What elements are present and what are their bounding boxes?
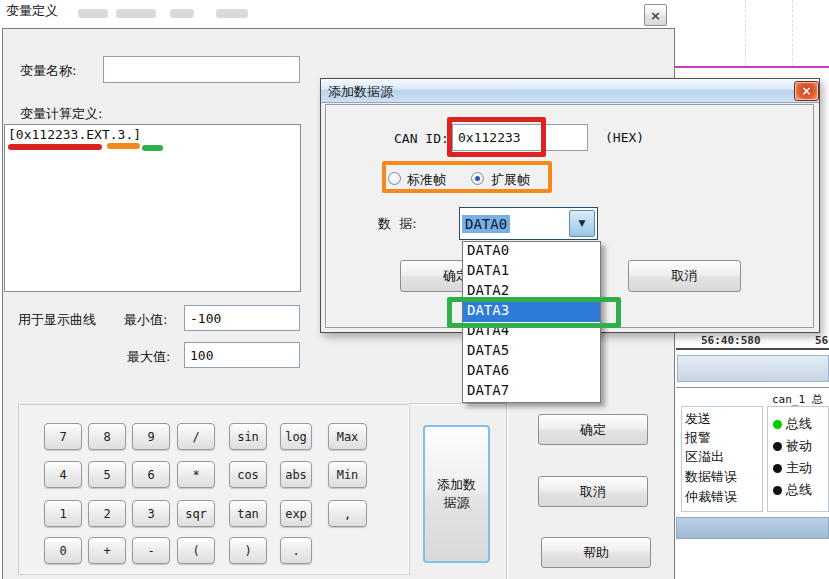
close-icon: ×	[650, 8, 661, 23]
status-panel-left: 发送 报警 区溢出 数据错误 仲裁错误	[681, 406, 763, 512]
main-dialog-close-button[interactable]: ×	[644, 4, 667, 26]
radio-selected-dot	[475, 176, 480, 181]
grid-line	[745, 0, 746, 66]
keypad-button[interactable]: tan	[229, 500, 267, 527]
blurred-background-text	[78, 9, 108, 18]
add-data-source-label: 添加数据源	[436, 476, 478, 511]
keypad-button[interactable]: ,	[328, 500, 367, 527]
keypad-button[interactable]: /	[177, 423, 215, 450]
annotation-box-green	[447, 297, 621, 328]
max-label: 最大值:	[127, 348, 170, 366]
keypad-button[interactable]: cos	[229, 461, 267, 488]
bus-off-dot	[773, 486, 782, 495]
var-name-input[interactable]	[103, 56, 300, 83]
annotation-underline-red	[8, 144, 102, 150]
add-data-source-button[interactable]: 添加数据源	[423, 425, 490, 563]
dropdown-option[interactable]: DATA0	[463, 242, 600, 262]
dropdown-option[interactable]: DATA5	[463, 342, 600, 362]
cancel-button[interactable]: 取消	[538, 476, 648, 507]
close-icon: ×	[801, 85, 811, 97]
keypad-button[interactable]: 5	[88, 461, 126, 488]
status-item: 报警	[685, 428, 762, 447]
dropdown-option[interactable]: DATA7	[463, 382, 600, 402]
status-panel-right: 总线 被动 主动 总线	[767, 406, 829, 512]
radio-standard-frame[interactable]	[388, 172, 401, 185]
popup-close-button[interactable]: ×	[794, 81, 819, 101]
magenta-rule	[675, 66, 829, 68]
keypad-row: 4 5 6 * cos abs Min	[44, 461, 367, 488]
annotation-underline-green	[142, 145, 163, 151]
keypad-button[interactable]: log	[280, 423, 312, 450]
keypad-row: 0 + - ( ) .	[44, 537, 328, 564]
calc-def-textarea[interactable]: [0x112233.EXT.3.]	[4, 124, 301, 292]
annotation-box-red	[447, 117, 546, 157]
keypad-button[interactable]: 9	[132, 423, 170, 450]
chevron-down-icon: ▼	[579, 219, 586, 228]
var-name-label: 变量名称:	[20, 62, 76, 80]
bus-status-item: 总线	[773, 413, 828, 435]
keypad-button[interactable]: 6	[132, 461, 170, 488]
keypad-button[interactable]: sqr	[177, 500, 215, 527]
keypad-button[interactable]: )	[229, 537, 267, 564]
keypad-button[interactable]: 0	[44, 537, 82, 564]
min-label: 最小值:	[124, 311, 167, 329]
keypad-button[interactable]: (	[177, 537, 215, 564]
dropdown-option[interactable]: DATA1	[463, 262, 600, 282]
add-data-source-dialog: 添加数据源 × CAN ID: (HEX) 标准帧 扩展帧 数 据: DATA0…	[320, 78, 820, 333]
main-dialog-title: 变量定义	[6, 2, 58, 20]
data-combobox[interactable]: DATA0 ▼	[459, 207, 598, 240]
radio-extended-label[interactable]: 扩展帧	[491, 171, 530, 189]
radio-extended-frame[interactable]	[471, 172, 484, 185]
timeline-rule	[676, 348, 829, 350]
keypad-button[interactable]: .	[280, 537, 312, 564]
keypad-row: 7 8 9 / sin log Max	[44, 423, 367, 450]
keypad-button[interactable]: abs	[280, 461, 312, 488]
blurred-background-text	[170, 9, 194, 18]
keypad-button[interactable]: 2	[88, 500, 126, 527]
calc-expression: [0x112233.EXT.3.]	[8, 127, 141, 142]
blurred-background-text	[216, 9, 248, 18]
bus-active-dot	[773, 464, 782, 473]
max-input[interactable]	[184, 342, 300, 368]
keypad-button[interactable]: *	[177, 461, 215, 488]
radio-standard-label[interactable]: 标准帧	[407, 171, 446, 189]
curve-label: 用于显示曲线	[18, 311, 96, 329]
bus-status-item: 被动	[773, 435, 828, 457]
bus-status-item: 总线	[773, 479, 828, 501]
status-item: 数据错误	[685, 467, 762, 487]
bus-status-item: 主动	[773, 457, 828, 479]
channel-label: can_1 总	[772, 392, 823, 407]
popup-cancel-button[interactable]: 取消	[628, 260, 741, 292]
bus-passive-dot	[773, 442, 782, 451]
min-input[interactable]	[184, 305, 300, 331]
keypad-button[interactable]: Min	[328, 461, 367, 488]
keypad-button[interactable]: Max	[328, 423, 367, 450]
dropdown-option[interactable]: DATA6	[463, 362, 600, 382]
popup-titlebar[interactable]: 添加数据源 ×	[321, 79, 819, 103]
combo-dropdown-button[interactable]: ▼	[569, 210, 595, 237]
keypad-row: 1 2 3 sqr tan exp ,	[44, 500, 367, 527]
panel-divider-h	[409, 403, 506, 405]
timeline-label: 56:40:580	[701, 334, 761, 347]
annotation-underline-orange	[107, 143, 140, 149]
keypad-button[interactable]: 8	[88, 423, 126, 450]
calc-def-label: 变量计算定义:	[20, 105, 102, 123]
data-label: 数 据:	[378, 215, 417, 233]
keypad-button[interactable]: +	[88, 537, 126, 564]
status-item: 区溢出	[685, 447, 762, 467]
keypad-button[interactable]: exp	[280, 500, 312, 527]
screen: 56:40:580 56 can_1 总 发送 报警 区溢出 数据错误 仲裁错误…	[0, 0, 829, 579]
can-id-label: CAN ID:	[394, 131, 449, 146]
help-button[interactable]: 帮助	[541, 537, 651, 568]
keypad-button[interactable]: 7	[44, 423, 82, 450]
blurred-background-text	[116, 9, 156, 18]
keypad-button[interactable]: 1	[44, 500, 82, 527]
keypad-button[interactable]: sin	[229, 423, 267, 450]
keypad-button[interactable]: 4	[44, 461, 82, 488]
combo-selected-value: DATA0	[462, 215, 510, 233]
keypad-button[interactable]: -	[132, 537, 170, 564]
grid-line	[792, 0, 793, 66]
bottom-strip	[676, 517, 829, 539]
keypad-button[interactable]: 3	[132, 500, 170, 527]
ok-button[interactable]: 确定	[538, 414, 648, 445]
